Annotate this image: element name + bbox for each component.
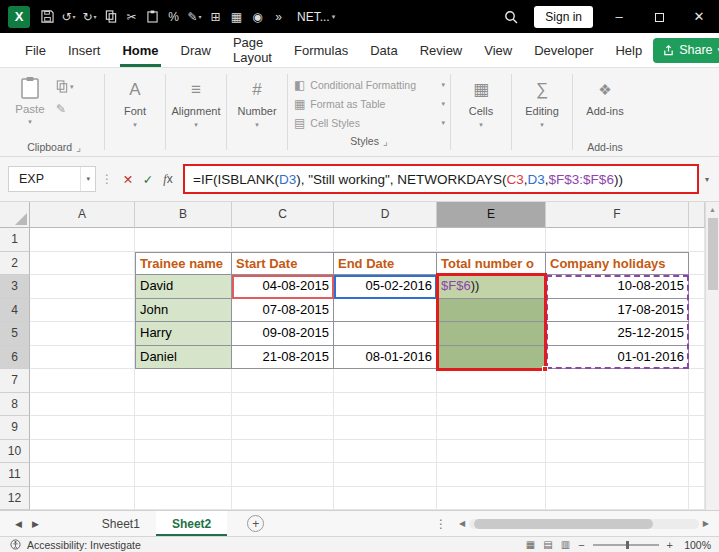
- row-header-11[interactable]: 11: [0, 463, 30, 487]
- column-header-B[interactable]: B: [135, 202, 232, 228]
- cell-B2[interactable]: Trainee name: [135, 252, 232, 276]
- zoom-slider-thumb[interactable]: [626, 541, 629, 549]
- share-button[interactable]: Share ▾: [653, 38, 719, 63]
- tab-home[interactable]: Home: [111, 33, 169, 67]
- cell-B7[interactable]: [135, 369, 232, 393]
- cell-D3[interactable]: 05-02-2016: [334, 275, 437, 299]
- cell-F6[interactable]: 01-01-2016: [546, 346, 689, 370]
- cell-D12[interactable]: [334, 487, 437, 511]
- cell-D6[interactable]: 08-01-2016: [334, 346, 437, 370]
- cell-E2[interactable]: Total number o: [437, 252, 546, 276]
- cell-C3[interactable]: 04-08-2015: [232, 275, 334, 299]
- format-paint-icon[interactable]: ✎▾: [184, 5, 205, 29]
- enter-button[interactable]: ✓: [138, 172, 158, 187]
- cell-styles-button[interactable]: ▤Cell Styles▾: [290, 113, 448, 132]
- cell-B10[interactable]: [135, 440, 232, 464]
- cell-E11[interactable]: [437, 463, 546, 487]
- cell-C1[interactable]: [232, 228, 334, 252]
- cell-C11[interactable]: [232, 463, 334, 487]
- cell-D7[interactable]: [334, 369, 437, 393]
- row-header-4[interactable]: 4: [0, 299, 30, 323]
- cell-B1[interactable]: [135, 228, 232, 252]
- tab-formulas[interactable]: Formulas: [283, 33, 359, 67]
- cell-F10[interactable]: [546, 440, 689, 464]
- sign-in-button[interactable]: Sign in: [534, 6, 593, 28]
- cell-E5[interactable]: [437, 322, 546, 346]
- table-icon[interactable]: ▦: [226, 5, 247, 29]
- cell-C4[interactable]: 07-08-2015: [232, 299, 334, 323]
- tab-draw[interactable]: Draw: [170, 33, 222, 67]
- formula-bar-expand-icon[interactable]: ▾: [699, 175, 715, 184]
- tab-page-layout[interactable]: Page Layout: [222, 33, 283, 67]
- cell-A1[interactable]: [30, 228, 135, 252]
- cell-F9[interactable]: [546, 416, 689, 440]
- cell-F12[interactable]: [546, 487, 689, 511]
- cell-B3[interactable]: David: [135, 275, 232, 299]
- sheet-nav-right-icon[interactable]: ▶: [27, 519, 44, 529]
- save-icon[interactable]: [37, 5, 58, 29]
- chevron-down-icon[interactable]: ▾: [332, 13, 336, 21]
- cell-D11[interactable]: [334, 463, 437, 487]
- row-header-9[interactable]: 9: [0, 416, 30, 440]
- cell-D8[interactable]: [334, 393, 437, 417]
- column-header-A[interactable]: A: [30, 202, 135, 228]
- cell-C12[interactable]: [232, 487, 334, 511]
- paste-button[interactable]: Paste ▾: [6, 70, 54, 138]
- copy-icon[interactable]: [100, 5, 121, 29]
- cell-D4[interactable]: [334, 299, 437, 323]
- close-button[interactable]: ✕: [679, 0, 719, 33]
- tab-review[interactable]: Review: [409, 33, 474, 67]
- conditional-formatting-button[interactable]: ◧Conditional Formatting▾: [290, 75, 448, 94]
- cell-E3[interactable]: $F$6)): [437, 275, 546, 299]
- ribbon-group-alignment[interactable]: ≡Alignment▾: [168, 70, 224, 156]
- tab-file[interactable]: File: [14, 33, 57, 67]
- select-all-button[interactable]: [0, 202, 30, 228]
- new-sheet-button[interactable]: +: [247, 515, 264, 532]
- column-header-D[interactable]: D: [334, 202, 437, 228]
- cell-B9[interactable]: [135, 416, 232, 440]
- vertical-scroll-thumb[interactable]: [708, 218, 718, 290]
- row-header-10[interactable]: 10: [0, 440, 30, 464]
- maximize-button[interactable]: [639, 0, 679, 33]
- cell-A10[interactable]: [30, 440, 135, 464]
- cell-B8[interactable]: [135, 393, 232, 417]
- cell-D1[interactable]: [334, 228, 437, 252]
- tab-help[interactable]: Help: [604, 33, 653, 67]
- row-header-2[interactable]: 2: [0, 252, 30, 276]
- cell-A7[interactable]: [30, 369, 135, 393]
- cell-C9[interactable]: [232, 416, 334, 440]
- normal-view-icon[interactable]: ▦: [526, 539, 535, 550]
- horizontal-scrollbar[interactable]: ◀ ▶: [455, 511, 713, 536]
- overflow-icon[interactable]: »: [268, 5, 289, 29]
- tab-view[interactable]: View: [473, 33, 523, 67]
- undo-icon[interactable]: ↺▾: [58, 5, 79, 29]
- vertical-scrollbar[interactable]: ▲: [705, 202, 719, 510]
- scroll-right-icon[interactable]: ▶: [699, 519, 713, 528]
- cell-F7[interactable]: [546, 369, 689, 393]
- cell-C8[interactable]: [232, 393, 334, 417]
- zoom-in-button[interactable]: +: [667, 539, 673, 551]
- cell-A6[interactable]: [30, 346, 135, 370]
- sheet-tab-sheet2[interactable]: Sheet2: [156, 511, 227, 536]
- cell-F1[interactable]: [546, 228, 689, 252]
- cell-E9[interactable]: [437, 416, 546, 440]
- zoom-out-button[interactable]: −: [578, 539, 584, 551]
- horizontal-scroll-thumb[interactable]: [474, 519, 653, 529]
- cell-D2[interactable]: End Date: [334, 252, 437, 276]
- cell-E8[interactable]: [437, 393, 546, 417]
- accessibility-status[interactable]: Accessibility: Investigate: [27, 539, 141, 551]
- zoom-slider[interactable]: [593, 544, 659, 546]
- copy-button[interactable]: ▾: [56, 80, 74, 93]
- cut-icon[interactable]: ✂: [121, 5, 142, 29]
- cell-E1[interactable]: [437, 228, 546, 252]
- ribbon-group-font[interactable]: AFont▾: [107, 70, 163, 156]
- cancel-button[interactable]: ✕: [118, 172, 138, 187]
- cell-A3[interactable]: [30, 275, 135, 299]
- scroll-left-icon[interactable]: ◀: [455, 519, 469, 528]
- cell-F5[interactable]: 25-12-2015: [546, 322, 689, 346]
- cell-E6[interactable]: [437, 346, 546, 370]
- clipboard-icon[interactable]: [142, 5, 163, 29]
- ribbon-group-editing[interactable]: ∑Editing▾: [514, 70, 570, 156]
- cell-E4[interactable]: [437, 299, 546, 323]
- scroll-up-icon[interactable]: ▲: [709, 202, 716, 215]
